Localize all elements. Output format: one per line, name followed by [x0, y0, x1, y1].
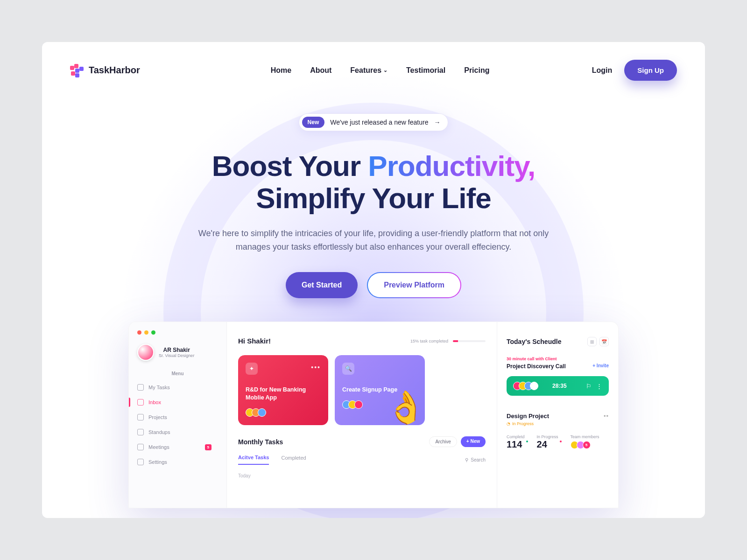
login-link[interactable]: Login: [592, 66, 613, 75]
dash-sidebar: AR Shakir Sr. Visual Designer Menu My Ta…: [129, 322, 227, 508]
hero-subtext: We're here to simplify the intricacies o…: [182, 227, 565, 254]
dash-right: Today's Scheudle ⊞ 📅 30 minute call with…: [497, 322, 618, 508]
profile-role: Sr. Visual Designer: [159, 353, 194, 358]
menu-my-tasks[interactable]: My Tasks: [129, 380, 226, 395]
inbox-icon: [137, 399, 144, 406]
standups-icon: [137, 429, 144, 435]
more-icon[interactable]: •••: [311, 364, 321, 371]
inprogress-label: In Progress: [537, 434, 558, 439]
projects-icon: [137, 414, 144, 420]
team-members-label: Team members: [571, 434, 599, 439]
hero-section: New We've just released a new feature → …: [42, 81, 705, 508]
meetings-badge: 5: [205, 444, 211, 450]
tab-completed[interactable]: Completed: [281, 455, 306, 464]
headline-part-a: Boost Your: [212, 150, 368, 182]
announcement-pill[interactable]: New We've just released a new feature →: [299, 113, 449, 131]
project-status: ◔In Progress: [507, 421, 609, 426]
menu-label-inbox: Inbox: [148, 399, 161, 405]
arrow-right-icon: →: [434, 119, 440, 126]
profile-name: AR Shakir: [159, 347, 194, 353]
pill-badge: New: [302, 117, 325, 128]
nav-about[interactable]: About: [310, 66, 331, 75]
profile-block[interactable]: AR Shakir Sr. Visual Designer: [129, 335, 226, 361]
project-more-icon[interactable]: ••: [604, 413, 609, 420]
minimize-icon[interactable]: [144, 330, 148, 335]
calendar-icon[interactable]: 📅: [599, 337, 609, 346]
ok-hand-icon: 👌: [386, 389, 426, 426]
card-avatars-1: [246, 408, 321, 417]
brand-logo[interactable]: TaskHarbor: [70, 64, 140, 77]
call-avatars: [513, 382, 538, 390]
search-icon: 🔍: [342, 363, 354, 375]
nav-pricing[interactable]: Pricing: [464, 66, 489, 75]
progress-bar: [453, 340, 486, 342]
search-icon-small: ⚲: [465, 457, 468, 462]
task-card-signup[interactable]: 🔍 Create Signup Page 👌: [335, 355, 425, 425]
design-project-title: Design Project: [507, 413, 549, 420]
headline-part-b: Simplify Your Life: [256, 182, 491, 214]
task-card-banking[interactable]: ✦ ••• R&D for New Banking Moblie App: [238, 355, 328, 425]
headline-gradient: Productivity,: [368, 150, 535, 182]
schedule-title: Today's Scheudle: [507, 338, 561, 345]
lightbulb-icon: ✦: [246, 363, 258, 375]
signup-button[interactable]: Sign Up: [624, 60, 677, 81]
search-label: Search: [471, 457, 486, 462]
call-timer: 28:35: [552, 383, 567, 389]
menu-settings[interactable]: Settings: [129, 455, 226, 469]
window-controls: [129, 330, 226, 335]
today-label: Today: [238, 473, 486, 478]
menu-label-meetings: Meetings: [148, 444, 169, 450]
tasks-search[interactable]: ⚲Search: [465, 457, 486, 462]
clock-icon: ◔: [507, 421, 510, 426]
hero-headline: Boost Your Productivity, Simplify Your L…: [42, 150, 705, 215]
completed-value: 114: [507, 439, 525, 450]
progress-wrap: 15% task completed: [410, 339, 486, 343]
menu-label-my-tasks: My Tasks: [148, 385, 170, 390]
top-nav: TaskHarbor Home About Features⌄ Testimor…: [42, 42, 705, 81]
nav-actions: Login Sign Up: [592, 60, 677, 81]
completed-label: Completd: [507, 434, 525, 439]
task-icon: [137, 384, 144, 391]
call-more-icon[interactable]: ⋮: [596, 383, 602, 390]
menu-label-projects: Projects: [148, 414, 167, 420]
menu-label-standups: Standups: [148, 429, 170, 435]
new-task-button[interactable]: + New: [461, 436, 486, 447]
menu-label-settings: Settings: [148, 459, 167, 465]
card-title-1: R&D for New Banking Moblie App: [246, 386, 321, 402]
dash-main: Hi Shakir! 15% task completed ✦ ••• R&D …: [227, 322, 497, 508]
menu-standups[interactable]: Standups: [129, 425, 226, 440]
nav-home[interactable]: Home: [271, 66, 291, 75]
nav-testimonial[interactable]: Testimorial: [406, 66, 445, 75]
team-more-count: 5: [583, 441, 591, 449]
call-title: Project Discovery Call: [507, 363, 566, 370]
progress-text: 15% task completed: [410, 339, 448, 343]
call-sublabel: 30 minute call with Client: [507, 357, 609, 361]
cta-group: Get Started Preview Platform: [42, 272, 705, 298]
nav-menu: Home About Features⌄ Testimorial Pricing: [271, 66, 490, 75]
logo-icon: [70, 64, 84, 77]
menu-meetings[interactable]: Meetings5: [129, 440, 226, 455]
tab-active-tasks[interactable]: Acitve Tasks: [238, 455, 269, 465]
invite-link[interactable]: + Invite: [592, 363, 609, 368]
avatar: [137, 344, 154, 361]
get-started-button[interactable]: Get Started: [286, 272, 358, 298]
team-avatars: 5: [571, 441, 599, 449]
settings-icon: [137, 459, 144, 465]
dashboard-preview: AR Shakir Sr. Visual Designer Menu My Ta…: [128, 322, 619, 508]
meetings-icon: [137, 444, 144, 450]
greeting: Hi Shakir!: [238, 337, 271, 345]
archive-button[interactable]: Archive: [429, 436, 457, 447]
nav-features[interactable]: Features⌄: [350, 66, 388, 75]
chevron-down-icon: ⌄: [383, 67, 388, 73]
menu-projects[interactable]: Projects: [129, 410, 226, 425]
preview-platform-button[interactable]: Preview Platform: [367, 272, 461, 298]
brand-name: TaskHarbor: [89, 65, 140, 76]
close-icon[interactable]: [137, 330, 141, 335]
pill-text: We've just released a new feature: [330, 119, 428, 126]
monthly-tasks-title: Monthly Tasks: [238, 438, 283, 446]
grid-icon[interactable]: ⊞: [587, 337, 597, 346]
maximize-icon[interactable]: [151, 330, 155, 335]
active-call-card[interactable]: 28:35 ⚐⋮: [507, 376, 609, 396]
menu-inbox[interactable]: Inbox: [129, 395, 226, 410]
phone-icon[interactable]: ⚐: [586, 383, 592, 390]
